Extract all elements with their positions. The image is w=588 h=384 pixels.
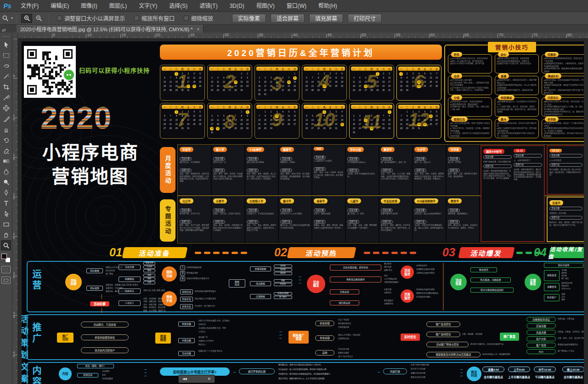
industry-text: 鲜花、美妆、礼品、生鲜等，表白季可以来打造一波表白活动，必买清单早知道。 (314, 171, 344, 179)
calendar-day: 23 (404, 84, 410, 88)
menu-item-8[interactable]: 视图(V) (250, 0, 281, 12)
checkbox-box[interactable] (57, 16, 62, 21)
menu-item-9[interactable]: 窗口(W) (281, 0, 312, 12)
mindmap-box: 预售商品尾款催付 (330, 277, 381, 282)
calendar-blank (209, 72, 215, 76)
brush-tool[interactable] (1, 113, 11, 124)
panel-toggle-icon[interactable]: ⇄ (0, 28, 17, 33)
document-canvas[interactable]: 扫码可以获得小程序扶持2020小程序电商营销地图活动策划文案2020营销日历&全… (18, 39, 588, 384)
path-select-tool[interactable] (1, 209, 11, 219)
calendar-day: 28 (398, 126, 404, 130)
dash (401, 252, 407, 254)
menu-item-10[interactable]: 帮助(H) (312, 0, 343, 12)
type-tool[interactable] (1, 198, 11, 208)
shape-tool[interactable] (1, 219, 11, 229)
theme-row: 活动主题逢年欢大礼，年货提前购 (180, 153, 209, 164)
history-brush-tool[interactable] (1, 135, 11, 145)
calendar-day: 6 (162, 114, 168, 118)
color-swatches[interactable] (1, 254, 11, 263)
dodge-tool[interactable] (1, 177, 11, 187)
options-button-3[interactable]: 打印尺寸 (348, 14, 382, 23)
tool-preset-caret-icon[interactable]: ▾ (11, 16, 13, 20)
industry-row: 适用行业食品、美妆、百货等，可营销用户可推出“全民闹元宵”活动并且直播进行引流吸… (213, 216, 243, 232)
dash (382, 252, 389, 254)
options-button-0[interactable]: 实际像素 (232, 14, 266, 23)
foreground-color-swatch[interactable] (1, 254, 7, 259)
checkbox-0[interactable]: 调整窗口大小以满屏显示 (57, 14, 125, 22)
calendar-grid: 8123456789101112131415161718192021222324… (209, 110, 250, 135)
quick-mask-button[interactable] (1, 266, 11, 273)
calendar-day: 24 (209, 126, 215, 130)
stamp-tool[interactable] (1, 124, 11, 134)
calendar-day: 5 (197, 110, 203, 114)
row-divider (443, 263, 444, 311)
calendar-day: 31 (333, 126, 339, 130)
mindmap-node: 活动 爆发 (307, 275, 325, 293)
zoom-tool[interactable] (1, 240, 11, 250)
calendar-day: 22 (374, 84, 380, 88)
theme-row: 活动主题爱你不止这一天 (213, 153, 243, 164)
options-button-1[interactable]: 适合屏幕 (271, 14, 305, 23)
menu-item-4[interactable]: 文字(Y) (133, 0, 163, 12)
eyedropper-tool[interactable] (1, 92, 11, 102)
gradient-tool[interactable] (1, 156, 11, 166)
tab-close-icon[interactable]: × (197, 27, 199, 32)
eraser-tool[interactable] (1, 145, 11, 155)
calendar-day: 4 (351, 76, 357, 80)
menu-item-5[interactable]: 选择(S) (163, 0, 193, 12)
theme-row: 活动主题阳春四月，出游季 (280, 153, 310, 164)
menu-item-6[interactable]: 滤镜(T) (193, 0, 223, 12)
calendar-day: 17 (209, 122, 215, 126)
menu-item-1[interactable]: 编辑(E) (45, 0, 75, 12)
zoom-in-button[interactable] (21, 14, 32, 23)
blur-tool[interactable] (1, 166, 11, 176)
collapse-icon[interactable]: ◀◀ (182, 377, 187, 381)
bullet-icon: ▸ (497, 106, 498, 108)
panel-grip[interactable] (3, 36, 9, 37)
checkbox-2[interactable]: 细微缩放 (184, 14, 213, 22)
zoom-tool-icon[interactable] (0, 14, 10, 23)
weekday-label: 三 (412, 67, 414, 70)
dash (516, 252, 523, 254)
lasso-tool[interactable] (1, 61, 11, 71)
weekday-label: 六 (240, 105, 243, 108)
calendar-day: 15 (174, 118, 180, 122)
pen-tool[interactable] (1, 187, 11, 198)
document-tab[interactable]: 2020小程序电商营销地图.jpg @ 12.5% (扫码可以获得小程序扶持, … (17, 25, 204, 33)
theme-label: 活动主题 (213, 157, 225, 161)
calendar-day: 18 (416, 80, 422, 84)
menu-item-3[interactable]: 图层(L) (103, 0, 133, 12)
calendar-day: 29 (322, 126, 328, 130)
options-button-2[interactable]: 填充屏幕 (309, 14, 343, 23)
menu-item-0[interactable]: 文件(F) (15, 0, 45, 12)
calendar-day: 16 (256, 84, 262, 88)
menu-item-2[interactable]: 图像(I) (75, 0, 103, 12)
zoom-out-button[interactable] (33, 14, 44, 23)
collapsed-panel-bar[interactable]: ◀◀ ✕ (178, 375, 215, 383)
mindmap-box: 场 (180, 277, 185, 281)
menu-item-7[interactable]: 3D(D) (224, 0, 250, 12)
activity-card-title: 七夕节 (414, 147, 428, 152)
close-icon[interactable]: ✕ (207, 377, 211, 381)
checkbox-box[interactable] (134, 16, 139, 21)
weekday-label: 一 (211, 105, 213, 108)
bullet-icon: ▸ (497, 60, 498, 62)
theme-label: 活动主题 (381, 157, 393, 161)
tools-panel (0, 33, 12, 384)
heal-tool[interactable] (1, 103, 11, 113)
calendar-blank (380, 110, 386, 114)
screen-mode-button[interactable] (1, 277, 11, 284)
calendar-day: 10 (262, 80, 268, 84)
calendar-day: 5 (286, 110, 292, 114)
checkbox-1[interactable]: 缩放所有窗口 (134, 14, 175, 22)
wand-tool[interactable] (1, 71, 11, 81)
marquee-tool[interactable] (1, 50, 11, 60)
calendar-day: 8 (238, 76, 244, 80)
checkbox-box[interactable] (184, 16, 189, 21)
hand-tool[interactable] (1, 230, 11, 240)
calendar-day: 29 (262, 126, 268, 130)
calendar-day: 12 (197, 76, 203, 80)
move-tool[interactable] (1, 40, 11, 50)
crop-tool[interactable] (1, 82, 11, 92)
tip-card: 裂变红包▸收入电子证券裂变拉新，有助于裂变客户拉回流转化链路▸下单后分享红包，带… (448, 119, 492, 138)
